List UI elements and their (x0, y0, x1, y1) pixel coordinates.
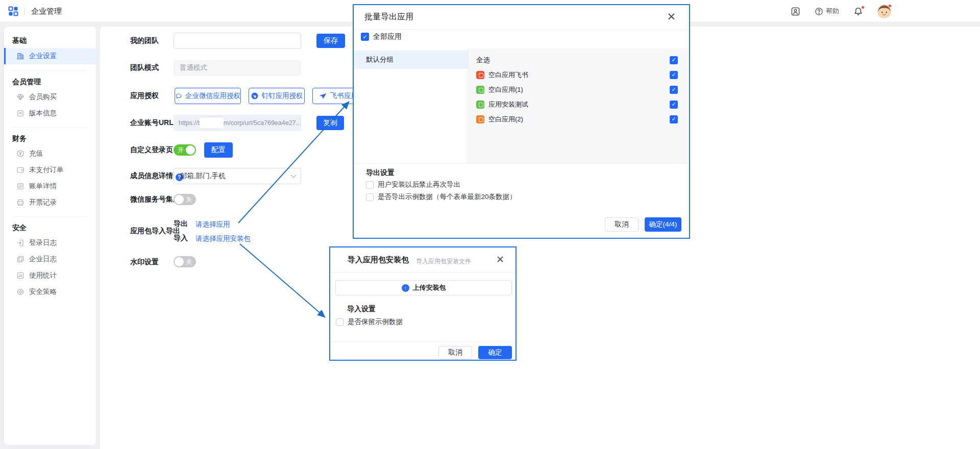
app-row[interactable]: 空白应用(1) (469, 82, 689, 97)
my-team-label: 我的团队 (130, 36, 159, 45)
app-name: 空白应用(1) (488, 85, 523, 94)
sidebar-item-label: 企业设置 (29, 52, 57, 61)
import-settings-title: 导入设置 (347, 305, 376, 314)
org-log-icon (16, 255, 24, 263)
app-list-panel: 全选 空白应用飞书 空白应用(1) 应用安装测试 空白应用(2) (469, 48, 689, 163)
all-apps-checkbox[interactable] (361, 33, 369, 41)
member-info-value: 邮箱,部门,手机 (180, 171, 226, 181)
sidebar-item-enterprise-settings[interactable]: 企业设置 (4, 48, 96, 64)
group-list-panel: 默认分组 (354, 48, 469, 163)
select-all-label: 全选 (476, 56, 490, 65)
select-app-link[interactable]: 请选择应用 (195, 220, 230, 229)
login-log-icon (16, 239, 24, 247)
all-apps-label: 全部应用 (373, 32, 402, 41)
modal-divider (330, 342, 516, 342)
sidebar-item-label: 未支付订单 (29, 165, 64, 174)
dingtalk-icon (251, 92, 259, 100)
app-checkbox[interactable] (670, 115, 678, 123)
select-all-checkbox[interactable] (670, 56, 678, 64)
export-modal-title: 批量导出应用 (364, 12, 413, 22)
sidebar-item-bill-details[interactable]: 账单详情 (4, 179, 96, 194)
dingtalk-auth-button[interactable]: 钉钉应用授权 (249, 88, 305, 104)
help-label: 帮助 (826, 7, 839, 16)
sidebar-section-finance: 财务 (4, 132, 96, 145)
close-icon[interactable]: ✕ (667, 11, 676, 22)
sidebar-item-member-purchase[interactable]: 会员购买 (4, 89, 96, 105)
import-row-label: 导入 (174, 234, 188, 243)
app-row[interactable]: 应用安装测试 (469, 97, 689, 112)
sidebar-item-label: 开票记录 (29, 198, 57, 207)
cancel-button[interactable]: 取消 (438, 346, 472, 359)
import-modal-title: 导入应用包安装包 (348, 255, 409, 265)
app-row[interactable]: 空白应用(2) (469, 112, 689, 127)
batch-export-modal: 批量导出应用 ✕ 全部应用 默认分组 全选 空白应用飞书 空白应用(1) 应用安… (353, 4, 690, 239)
help-button[interactable]: 帮助 (815, 7, 839, 16)
sidebar-section-membership: 会员管理 (4, 75, 96, 88)
wecom-auth-button[interactable]: 企业微信应用授权 (175, 88, 241, 104)
close-icon[interactable]: ✕ (496, 255, 504, 264)
keep-sample-data-checkbox[interactable] (336, 318, 344, 326)
confirm-button[interactable]: 确定(4/4) (645, 217, 681, 232)
app-icon (476, 86, 484, 94)
toggle-off-text: 关 (186, 258, 192, 266)
sidebar-item-unpaid-orders[interactable]: 未支付订单 (4, 162, 96, 178)
notification-bell-icon[interactable] (853, 7, 863, 16)
dingtalk-auth-label: 钉钉应用授权 (262, 91, 303, 101)
app-icon (476, 115, 484, 123)
member-card-icon[interactable] (791, 7, 800, 16)
custom-login-toggle[interactable]: 开 (174, 144, 196, 156)
option-label: 是否保留示例数据 (348, 317, 403, 327)
sidebar-item-invoice-records[interactable]: 开票记录 (4, 195, 96, 210)
sidebar-item-version-info[interactable]: 版本信息 (4, 106, 96, 121)
corp-url-prefix: https://t (179, 119, 200, 127)
app-checkbox[interactable] (670, 86, 678, 94)
user-avatar[interactable] (877, 5, 891, 18)
app-name: 应用安装测试 (488, 100, 528, 109)
redacted-segment (200, 118, 224, 128)
sidebar-divider (12, 216, 88, 217)
sidebar-item-usage-stats[interactable]: 使用统计 (4, 268, 96, 283)
select-all-row[interactable]: 全选 (469, 53, 689, 67)
configure-button[interactable]: 配置 (204, 142, 233, 158)
corp-url-label: 企业账号URL (130, 118, 174, 128)
coin-yuan-icon (16, 149, 24, 158)
sidebar-item-recharge[interactable]: 充值 (4, 146, 96, 161)
wallet-icon (16, 166, 24, 174)
sidebar-item-label: 使用统计 (29, 271, 57, 280)
member-info-select[interactable]: 邮箱,部门,手机 (174, 168, 301, 184)
toggle-knob (186, 145, 195, 155)
save-button[interactable]: 保存 (316, 34, 345, 48)
confirm-button[interactable]: 确定 (478, 346, 512, 359)
team-mode-value: 普通模式 (174, 60, 301, 76)
upload-package-button[interactable]: ↑ 上传安装包 (335, 280, 512, 295)
group-item-default[interactable]: 默认分组 (354, 51, 468, 69)
export-sample-data-checkbox[interactable] (366, 193, 374, 201)
stats-icon (16, 271, 24, 280)
team-mode-label: 团队模式 (130, 63, 159, 72)
sidebar-item-security-policy[interactable]: 安全策略 (4, 284, 96, 300)
watermark-toggle[interactable]: 关 (174, 256, 196, 267)
app-row[interactable]: 空白应用飞书 (469, 67, 689, 82)
sidebar-divider (12, 127, 88, 128)
app-checkbox[interactable] (670, 101, 678, 109)
sidebar-item-enterprise-logs[interactable]: 企业日志 (4, 252, 96, 267)
policy-target-icon (16, 288, 24, 296)
copy-button[interactable]: 复制 (316, 116, 344, 130)
wechat-service-toggle[interactable]: 关 (174, 194, 196, 205)
sidebar-item-label: 版本信息 (29, 109, 57, 118)
app-package-label: 应用包导入导出 (130, 227, 180, 236)
upload-label: 上传安装包 (413, 283, 446, 292)
apps-grid-icon[interactable] (8, 6, 18, 16)
upload-icon: ↑ (402, 284, 409, 292)
export-settings-title: 导出设置 (366, 168, 395, 178)
app-auth-label: 应用授权 (130, 91, 159, 101)
sidebar-item-login-logs[interactable]: 登录日志 (4, 235, 96, 251)
team-name-input[interactable] (174, 33, 301, 49)
avatar-badge (888, 4, 892, 8)
disable-reexport-checkbox[interactable] (366, 181, 374, 189)
app-checkbox[interactable] (670, 71, 678, 79)
option-label: 用户安装以后禁止再次导出 (378, 180, 460, 189)
cancel-button[interactable]: 取消 (605, 217, 639, 232)
select-app-package-link[interactable]: 请选择应用安装包 (195, 234, 251, 243)
header-divider (24, 7, 25, 15)
